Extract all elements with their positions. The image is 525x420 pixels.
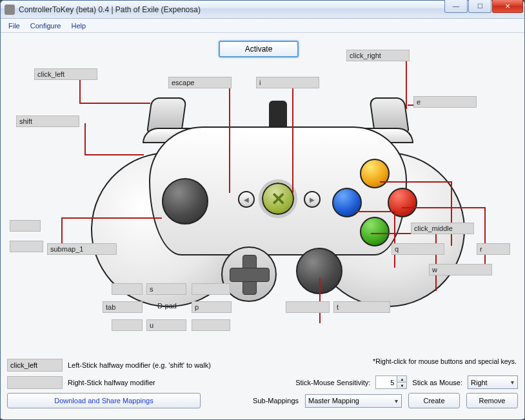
map-dpad-up-blank[interactable]: [112, 283, 143, 295]
right-stick-mod-input[interactable]: [7, 376, 63, 389]
map-dpad-up2[interactable]: [192, 283, 230, 295]
spin-down-icon[interactable]: ▼: [397, 383, 406, 388]
left-stick-mod-input[interactable]: click_left: [7, 359, 63, 372]
map-left-stick-click[interactable]: submap_1: [47, 243, 117, 255]
app-window: ControllerToKey (beta) 0.4 | Path of Exi…: [0, 0, 525, 420]
dpad-label: D-pad: [157, 302, 177, 310]
close-button[interactable]: ✕: [492, 0, 523, 13]
create-button[interactable]: Create: [408, 393, 460, 408]
map-dpad-down2[interactable]: [192, 319, 230, 331]
menu-configure[interactable]: Configure: [25, 21, 66, 31]
map-dpad-left[interactable]: tab: [103, 301, 143, 313]
map-dpad-right[interactable]: p: [192, 301, 232, 313]
map-start[interactable]: i: [256, 77, 319, 88]
sensitivity-spinner[interactable]: ▲ ▼: [375, 375, 407, 389]
map-dpad-up[interactable]: s: [146, 283, 186, 295]
map-left-bumper[interactable]: shift: [16, 115, 79, 127]
activate-button[interactable]: Activate: [219, 41, 299, 57]
map-face-y[interactable]: click_middle: [411, 223, 474, 234]
sensitivity-label: Stick-Mouse Sensitivity:: [295, 379, 370, 386]
map-face-a[interactable]: w: [429, 264, 492, 275]
map-right-bumper[interactable]: e: [413, 96, 477, 108]
stick-as-mouse-dropdown[interactable]: Right: [468, 375, 518, 389]
map-right-stick-blank[interactable]: [286, 301, 330, 313]
map-face-x[interactable]: q: [391, 243, 444, 255]
right-stick-mod-label: Right-Stick halfway modifier: [68, 379, 155, 386]
left-stick-mod-label: Left-Stick halfway modifier (e.g. 'shift…: [68, 361, 211, 369]
maximize-button[interactable]: ☐: [468, 0, 491, 13]
submappings-dropdown[interactable]: Master Mapping: [305, 394, 402, 408]
activate-label: Activate: [245, 45, 273, 54]
window-controls: — ☐ ✕: [444, 0, 523, 13]
map-left-stick-blank[interactable]: [10, 220, 41, 232]
menubar: File Configure Help: [1, 19, 524, 33]
hint-text: *Right-click for mouse buttons and speci…: [373, 357, 517, 365]
map-right-stick-click[interactable]: t: [333, 301, 390, 313]
minimize-button[interactable]: —: [444, 0, 468, 13]
map-dpad-down-blank[interactable]: [112, 319, 143, 331]
client-area: Activate: [1, 33, 524, 419]
stick-as-mouse-label: Stick as Mouse:: [412, 379, 462, 386]
sensitivity-input[interactable]: [376, 376, 397, 388]
map-left-trigger[interactable]: click_left: [34, 68, 97, 80]
remove-button[interactable]: Remove: [466, 393, 518, 408]
map-left-stick-blank2[interactable]: [10, 241, 43, 252]
download-button[interactable]: Download and Share Mappings: [7, 393, 201, 408]
app-icon: [5, 5, 15, 15]
map-dpad-down[interactable]: u: [146, 319, 186, 331]
window-title: ControllerToKey (beta) 0.4 | Path of Exi…: [19, 5, 201, 14]
map-back[interactable]: escape: [168, 77, 232, 88]
map-right-trigger[interactable]: click_right: [346, 50, 410, 61]
map-face-b[interactable]: r: [477, 243, 510, 255]
titlebar: ControllerToKey (beta) 0.4 | Path of Exi…: [1, 1, 524, 19]
spin-up-icon[interactable]: ▲: [397, 376, 406, 383]
menu-file[interactable]: File: [3, 21, 25, 31]
submappings-label: Sub-Mappings: [253, 397, 299, 405]
bottom-panel: *Right-click for mouse buttons and speci…: [7, 359, 518, 412]
menu-help[interactable]: Help: [66, 21, 91, 31]
